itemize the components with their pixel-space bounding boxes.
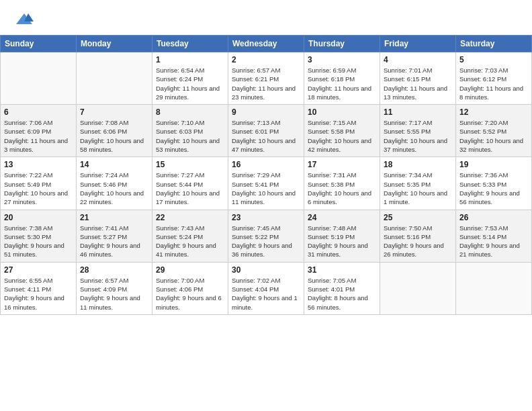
day-info: Sunrise: 6:57 AMSunset: 6:21 PMDaylight:… xyxy=(232,66,300,101)
day-info: Sunrise: 7:31 AMSunset: 5:38 PMDaylight:… xyxy=(308,171,376,206)
day-number: 26 xyxy=(459,213,528,222)
day-info: Sunrise: 7:24 AMSunset: 5:46 PMDaylight:… xyxy=(80,171,148,206)
weekday-header-wednesday: Wednesday xyxy=(228,36,304,52)
day-number: 10 xyxy=(308,107,376,117)
day-number: 2 xyxy=(232,55,300,64)
day-info: Sunrise: 7:02 AMSunset: 4:04 PMDaylight:… xyxy=(232,276,300,312)
calendar-cell: 31Sunrise: 7:05 AMSunset: 4:01 PMDayligh… xyxy=(304,262,380,314)
calendar-cell xyxy=(380,262,456,314)
day-number: 16 xyxy=(232,160,300,169)
day-number: 13 xyxy=(4,160,73,169)
day-info: Sunrise: 6:54 AMSunset: 6:24 PMDaylight:… xyxy=(156,66,224,101)
day-info: Sunrise: 7:38 AMSunset: 5:30 PMDaylight:… xyxy=(4,224,73,259)
day-info: Sunrise: 7:50 AMSunset: 5:16 PMDaylight:… xyxy=(384,224,452,259)
day-info: Sunrise: 7:53 AMSunset: 5:14 PMDaylight:… xyxy=(459,224,528,259)
calendar-cell: 27Sunrise: 6:55 AMSunset: 4:11 PMDayligh… xyxy=(1,262,77,314)
calendar-cell: 11Sunrise: 7:17 AMSunset: 5:55 PMDayligh… xyxy=(380,105,456,157)
day-info: Sunrise: 7:15 AMSunset: 5:58 PMDaylight:… xyxy=(308,118,376,154)
day-info: Sunrise: 7:17 AMSunset: 5:55 PMDaylight:… xyxy=(384,118,452,154)
calendar-body: 1Sunrise: 6:54 AMSunset: 6:24 PMDaylight… xyxy=(1,52,532,315)
day-number: 21 xyxy=(80,213,148,222)
day-number: 14 xyxy=(80,160,148,169)
day-info: Sunrise: 7:20 AMSunset: 5:52 PMDaylight:… xyxy=(459,118,528,154)
calendar-cell: 8Sunrise: 7:10 AMSunset: 6:03 PMDaylight… xyxy=(152,105,228,157)
day-info: Sunrise: 7:34 AMSunset: 5:35 PMDaylight:… xyxy=(384,171,452,206)
calendar-cell: 13Sunrise: 7:22 AMSunset: 5:49 PMDayligh… xyxy=(1,157,77,210)
logo-icon xyxy=(15,11,34,30)
calendar-week-3: 13Sunrise: 7:22 AMSunset: 5:49 PMDayligh… xyxy=(1,157,532,210)
day-info: Sunrise: 7:06 AMSunset: 6:09 PMDaylight:… xyxy=(4,118,73,154)
day-number: 17 xyxy=(308,160,376,169)
calendar-cell: 17Sunrise: 7:31 AMSunset: 5:38 PMDayligh… xyxy=(304,157,380,210)
calendar-table: SundayMondayTuesdayWednesdayThursdayFrid… xyxy=(0,35,532,315)
weekday-header-thursday: Thursday xyxy=(304,36,380,52)
calendar-week-4: 20Sunrise: 7:38 AMSunset: 5:30 PMDayligh… xyxy=(1,210,532,262)
day-info: Sunrise: 7:05 AMSunset: 4:01 PMDaylight:… xyxy=(308,276,376,312)
calendar-cell: 9Sunrise: 7:13 AMSunset: 6:01 PMDaylight… xyxy=(228,105,304,157)
day-info: Sunrise: 7:10 AMSunset: 6:03 PMDaylight:… xyxy=(156,118,224,154)
page-header xyxy=(0,0,532,35)
calendar-cell: 30Sunrise: 7:02 AMSunset: 4:04 PMDayligh… xyxy=(228,262,304,314)
calendar-cell: 24Sunrise: 7:48 AMSunset: 5:19 PMDayligh… xyxy=(304,210,380,262)
calendar-cell: 22Sunrise: 7:43 AMSunset: 5:24 PMDayligh… xyxy=(152,210,228,262)
day-number: 22 xyxy=(156,213,224,222)
day-number: 18 xyxy=(384,160,452,169)
calendar-cell: 5Sunrise: 7:03 AMSunset: 6:12 PMDaylight… xyxy=(456,52,532,105)
calendar-cell: 16Sunrise: 7:29 AMSunset: 5:41 PMDayligh… xyxy=(228,157,304,210)
calendar-cell: 28Sunrise: 6:57 AMSunset: 4:09 PMDayligh… xyxy=(77,262,152,314)
day-number: 25 xyxy=(384,213,452,222)
day-info: Sunrise: 7:00 AMSunset: 4:06 PMDaylight:… xyxy=(156,276,224,312)
day-number: 23 xyxy=(232,213,300,222)
weekday-header-saturday: Saturday xyxy=(456,36,532,52)
calendar-cell: 29Sunrise: 7:00 AMSunset: 4:06 PMDayligh… xyxy=(152,262,228,314)
calendar-week-1: 1Sunrise: 6:54 AMSunset: 6:24 PMDaylight… xyxy=(1,52,532,105)
calendar-cell: 10Sunrise: 7:15 AMSunset: 5:58 PMDayligh… xyxy=(304,105,380,157)
day-number: 11 xyxy=(384,107,452,117)
weekday-header-friday: Friday xyxy=(380,36,456,52)
day-info: Sunrise: 7:43 AMSunset: 5:24 PMDaylight:… xyxy=(156,224,224,259)
day-info: Sunrise: 6:59 AMSunset: 6:18 PMDaylight:… xyxy=(308,66,376,101)
calendar-cell: 12Sunrise: 7:20 AMSunset: 5:52 PMDayligh… xyxy=(456,105,532,157)
weekday-header-sunday: Sunday xyxy=(1,36,77,52)
calendar-cell: 18Sunrise: 7:34 AMSunset: 5:35 PMDayligh… xyxy=(380,157,456,210)
day-info: Sunrise: 7:22 AMSunset: 5:49 PMDaylight:… xyxy=(4,171,73,206)
day-number: 24 xyxy=(308,213,376,222)
day-number: 27 xyxy=(4,265,73,275)
calendar-week-5: 27Sunrise: 6:55 AMSunset: 4:11 PMDayligh… xyxy=(1,262,532,314)
calendar-cell: 25Sunrise: 7:50 AMSunset: 5:16 PMDayligh… xyxy=(380,210,456,262)
calendar-cell: 26Sunrise: 7:53 AMSunset: 5:14 PMDayligh… xyxy=(456,210,532,262)
day-number: 19 xyxy=(459,160,528,169)
day-number: 4 xyxy=(384,55,452,64)
day-number: 3 xyxy=(308,55,376,64)
calendar-cell: 23Sunrise: 7:45 AMSunset: 5:22 PMDayligh… xyxy=(228,210,304,262)
calendar-cell: 3Sunrise: 6:59 AMSunset: 6:18 PMDaylight… xyxy=(304,52,380,105)
day-number: 20 xyxy=(4,213,73,222)
day-info: Sunrise: 7:08 AMSunset: 6:06 PMDaylight:… xyxy=(80,118,148,154)
day-number: 28 xyxy=(80,265,148,275)
day-number: 31 xyxy=(308,265,376,275)
day-number: 9 xyxy=(232,107,300,117)
calendar-cell: 4Sunrise: 7:01 AMSunset: 6:15 PMDaylight… xyxy=(380,52,456,105)
calendar-cell: 7Sunrise: 7:08 AMSunset: 6:06 PMDaylight… xyxy=(77,105,152,157)
day-number: 6 xyxy=(4,107,73,117)
day-info: Sunrise: 6:57 AMSunset: 4:09 PMDaylight:… xyxy=(80,276,148,312)
calendar-week-2: 6Sunrise: 7:06 AMSunset: 6:09 PMDaylight… xyxy=(1,105,532,157)
calendar-cell: 21Sunrise: 7:41 AMSunset: 5:27 PMDayligh… xyxy=(77,210,152,262)
day-info: Sunrise: 7:13 AMSunset: 6:01 PMDaylight:… xyxy=(232,118,300,154)
calendar-cell: 6Sunrise: 7:06 AMSunset: 6:09 PMDaylight… xyxy=(1,105,77,157)
calendar-cell: 19Sunrise: 7:36 AMSunset: 5:33 PMDayligh… xyxy=(456,157,532,210)
day-number: 30 xyxy=(232,265,300,275)
calendar-cell xyxy=(1,52,77,105)
day-info: Sunrise: 6:55 AMSunset: 4:11 PMDaylight:… xyxy=(4,276,73,312)
day-info: Sunrise: 7:41 AMSunset: 5:27 PMDaylight:… xyxy=(80,224,148,259)
day-number: 5 xyxy=(459,55,528,64)
calendar-cell: 1Sunrise: 6:54 AMSunset: 6:24 PMDaylight… xyxy=(152,52,228,105)
calendar-cell: 20Sunrise: 7:38 AMSunset: 5:30 PMDayligh… xyxy=(1,210,77,262)
calendar-cell: 15Sunrise: 7:27 AMSunset: 5:44 PMDayligh… xyxy=(152,157,228,210)
day-number: 1 xyxy=(156,55,224,64)
weekday-header-monday: Monday xyxy=(77,36,152,52)
logo xyxy=(13,11,34,30)
day-number: 15 xyxy=(156,160,224,169)
calendar-cell: 2Sunrise: 6:57 AMSunset: 6:21 PMDaylight… xyxy=(228,52,304,105)
day-info: Sunrise: 7:36 AMSunset: 5:33 PMDaylight:… xyxy=(459,171,528,206)
